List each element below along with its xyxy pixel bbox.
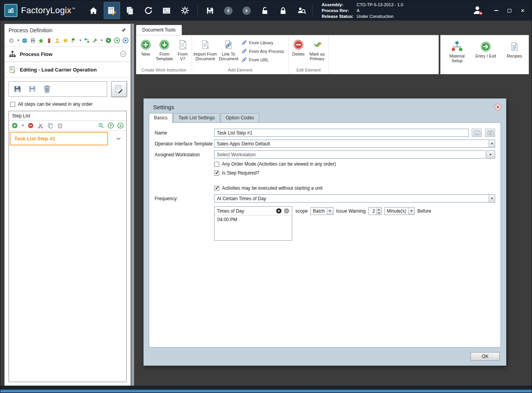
step-item-label: Task List Step #1 [10,132,108,145]
ok-button[interactable]: OK [471,352,500,361]
stepper-down-button[interactable] [377,211,381,215]
close-button[interactable]: ✕ [520,8,525,13]
entry-exit-label: Entry / Exit [475,54,496,58]
settings-gear-button[interactable] [177,2,193,19]
workstation-button[interactable] [46,37,52,44]
remove-time-button[interactable] [284,208,290,214]
info-button[interactable] [122,37,129,44]
panel-splitter[interactable] [131,24,134,386]
forward-button[interactable] [239,2,255,19]
delete-element-button[interactable]: Delete [290,37,307,67]
before-label: Before [417,208,431,214]
entry-exit-button[interactable]: Entry / Exit [473,38,498,59]
any-order-mode-checkbox[interactable] [214,162,219,167]
step-required-checkbox[interactable] [214,171,219,176]
sync-button[interactable] [140,2,157,19]
close-icon: ✕ [521,8,525,14]
recipes-button[interactable]: Recipes [502,38,527,59]
zoom-step-button[interactable] [98,122,104,129]
ribbon-group-add-element: Import From Document Link To Document Fr… [192,35,289,74]
any-order-checkbox[interactable] [10,102,15,107]
paste-step-button[interactable] [57,122,63,129]
release-button[interactable] [114,37,120,44]
touch-keyboard-button[interactable] [485,129,495,137]
delete-step-button[interactable] [42,84,52,94]
undo-button[interactable] [9,37,14,44]
process-definition-button[interactable] [104,2,120,19]
from-any-process-button[interactable]: From Any Process [241,48,284,54]
add-step-button[interactable] [12,122,18,129]
mark-as-primary-button[interactable]: Mark as Primary [307,37,327,67]
flag-dropdown-caret-icon[interactable] [79,40,82,41]
remove-step-button[interactable] [28,122,34,129]
frequency-select[interactable]: At Certain Times of Day [214,194,495,203]
move-step-up-button[interactable] [108,122,114,129]
no-unit-checkbox[interactable] [214,186,219,191]
collapse-circle-icon[interactable] [120,51,127,58]
web-publish-button[interactable] [22,37,28,44]
save-button[interactable] [202,2,218,19]
keyboard-button[interactable] [472,129,482,137]
route-button[interactable] [84,37,90,44]
tab-option-codes[interactable]: Option Codes [221,113,259,122]
import-from-document-button[interactable]: Import From Document [193,37,217,67]
workstation-dropdown-button[interactable] [486,150,495,159]
titlebar: FactoryLogix™ [0,0,532,21]
name-input[interactable] [214,129,469,137]
unlock-button[interactable] [257,2,273,19]
audit-search-button[interactable] [293,2,310,19]
tab-document-tools[interactable]: Document Tools [136,25,182,35]
add-step-dropdown-caret-icon[interactable] [22,125,24,126]
process-flow-row[interactable]: Process Flow [5,47,131,62]
back-button[interactable] [220,2,237,19]
operator-template-select[interactable]: Sales Apps Demo Default [214,140,495,148]
minimize-button[interactable] [494,8,499,13]
warning-minutes-stepper[interactable]: 2 [368,207,382,215]
save-step-button[interactable] [12,84,23,94]
from-template-button[interactable]: From Template [154,37,175,67]
step-list-item[interactable]: Task List Step #1 [10,132,126,145]
maximize-button[interactable] [507,8,512,13]
pin-icon[interactable] [121,28,127,33]
close-icon [496,105,500,109]
workstation-combobox[interactable]: Select Workstation [214,150,485,159]
cut-step-button[interactable] [37,122,44,129]
start-button[interactable] [105,37,112,44]
tab-basics[interactable]: Basics [149,113,173,123]
scope-select[interactable]: Batch [310,207,333,215]
validate-process-button[interactable] [38,37,44,44]
add-time-button[interactable] [276,208,282,214]
warning-unit-select[interactable]: Minute(s) [384,207,415,215]
tab-task-list-settings[interactable]: Task List Settings [173,113,220,122]
import-step-button[interactable] [27,84,38,94]
unlock-icon [260,6,270,16]
news-button[interactable] [159,2,175,19]
from-url-button[interactable]: From URL [241,57,284,63]
tools-dropdown-caret-icon[interactable] [101,40,103,41]
lock-button[interactable] [275,2,291,19]
from-v7-button[interactable]: From V7 [175,37,190,67]
copy-step-button[interactable] [47,122,53,129]
settings-close-button[interactable] [495,104,501,110]
from-library-button[interactable]: From Library [241,40,284,45]
link-to-document-button[interactable]: Link To Document [217,37,240,67]
home-button[interactable] [85,2,102,19]
edit-step-button[interactable] [111,81,127,97]
process-flag-button[interactable] [71,37,77,44]
time-entry[interactable]: 04:00 PM [217,217,289,222]
print-button[interactable] [30,37,36,44]
documents-button[interactable] [122,2,138,19]
material-setup-button[interactable]: Material Setup [445,38,469,64]
times-of-day-list[interactable]: 04:00 PM [215,215,292,240]
new-button[interactable]: New [138,37,154,67]
step-expand-chevron-icon[interactable] [116,137,121,140]
stepper-up-button[interactable] [377,208,381,211]
move-step-down-button[interactable] [117,122,124,129]
logout-user-button[interactable] [472,4,483,17]
undo-dropdown-caret-icon[interactable] [17,40,19,41]
operator-button[interactable] [54,37,60,44]
favorite-operator-button[interactable] [63,37,68,44]
import-from-document-label: Import From Document [194,52,217,61]
group-label-edit: Edit Element [290,67,327,74]
tools-button[interactable] [92,37,98,44]
